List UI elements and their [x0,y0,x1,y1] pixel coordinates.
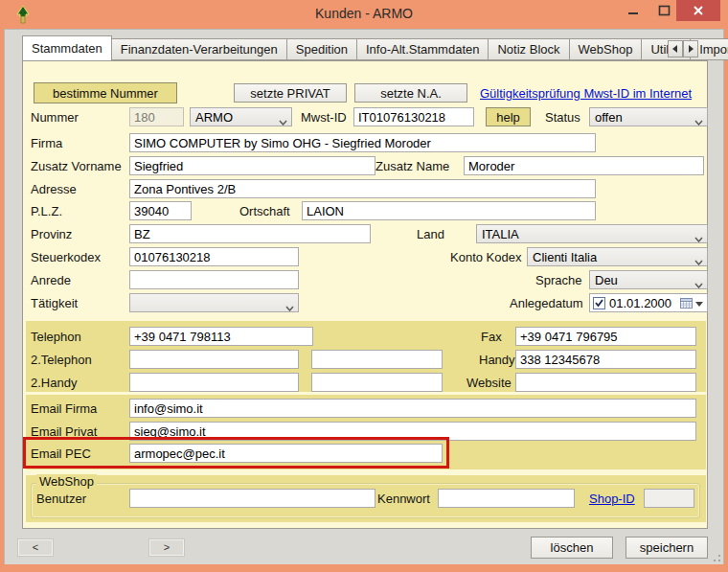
resize-grip[interactable] [709,550,720,561]
mwst-id-label: Mwst-ID [301,110,347,125]
sprache-label: Sprache [535,273,581,287]
tab-scroll-buttons [668,40,698,57]
tab-notiz-block[interactable]: Notiz Block [489,38,569,60]
chevron-down-icon [694,114,703,126]
handy-input[interactable] [515,350,696,369]
setze-na-button[interactable]: setzte N.A. [354,83,467,103]
firma-label: Firma [31,136,62,150]
website-label: Website [466,376,512,390]
adresse-input[interactable] [129,179,596,198]
next-record-button[interactable]: > [149,539,184,556]
email-firma-input[interactable] [129,399,696,418]
taetigkeit-dropdown[interactable] [129,293,299,312]
help-button[interactable]: help [486,107,531,126]
land-value: ITALIA [482,227,519,241]
fax-input[interactable] [515,327,696,346]
prev-record-button[interactable]: < [18,539,53,556]
app-window: Kunden - ARMO Stammdaten Finanzdaten-Ver… [0,0,728,572]
land-label: Land [417,227,444,241]
telephon-label: Telephon [31,330,81,344]
sprache-dropdown[interactable]: Deu [589,270,708,289]
tab-spedition[interactable]: Spedition [287,38,357,60]
handy2-input-1[interactable] [129,373,299,392]
telephon2-input-2[interactable] [311,350,443,369]
land-dropdown[interactable]: ITALIA [476,224,708,243]
provinz-input[interactable] [129,224,371,243]
chevron-down-icon [695,294,704,311]
calendar-icon [680,297,693,309]
kennwort-input[interactable] [438,489,575,508]
tab-webshop[interactable]: WebShop [570,38,643,60]
minimize-icon[interactable] [621,0,646,21]
delete-button[interactable]: löschen [531,537,613,559]
adresse-label: Adresse [31,182,77,196]
telephon2-label: 2.Telephon [31,353,92,367]
maximize-icon[interactable] [651,0,676,21]
konto-kodex-value: Clienti Italia [533,250,597,264]
tab-strip: Stammdaten Finanzdaten-Verarbeitungen Sp… [22,36,728,60]
provinz-label: Provinz [31,227,72,241]
telephon-input[interactable] [129,327,313,346]
setze-privat-button[interactable]: setzte PRIVAT [234,83,347,103]
ortschaft-label: Ortschaft [239,204,290,218]
nummer-input [129,107,184,126]
handy2-input-2[interactable] [311,373,443,392]
kunden-code-value: ARMO [195,110,233,125]
zusatz-name-input[interactable] [464,156,704,175]
steuerkodex-label: Steuerkodex [31,250,101,264]
email-pec-label: Email PEC [31,446,91,461]
handy-label: Handy [479,353,515,367]
mwst-id-check-link[interactable]: Gültigkeitsprüfung Mwst-ID im Internet [480,86,692,101]
webshop-group-title: WebShop [36,474,97,489]
titlebar[interactable]: Kunden - ARMO [0,0,728,29]
anlegedatum-checkbox[interactable] [593,297,605,309]
email-privat-input[interactable] [129,422,696,441]
tab-stammdaten[interactable]: Stammdaten [22,35,112,60]
email-privat-label: Email Privat [31,424,97,439]
anlegedatum-value: 01.01.2000 [609,296,680,310]
konto-kodex-label: Konto Kodex [450,250,521,264]
kennwort-label: Kennwort [377,492,430,506]
chevron-down-icon [285,300,294,312]
email-pec-input[interactable] [129,444,443,463]
status-value: offen [595,110,623,125]
anrede-input[interactable] [129,270,299,289]
tab-finanzdaten[interactable]: Finanzdaten-Verarbeitungen [112,38,287,60]
tab-info-alt-stammdaten[interactable]: Info-Alt.Stammdaten [357,38,489,60]
window-title: Kunden - ARMO [0,6,728,21]
zusatz-name-label: Zusatz Name [375,159,449,173]
benutzer-label: Benutzer [36,492,86,506]
plz-input[interactable] [129,201,192,220]
fax-label: Fax [481,330,502,344]
tab-scroll-right-icon[interactable] [683,40,698,57]
kunden-code-dropdown[interactable]: ARMO [190,107,292,126]
benutzer-input[interactable] [129,489,375,508]
email-firma-label: Email Firma [31,401,97,416]
zusatz-vorname-input[interactable] [129,156,375,175]
anrede-label: Anrede [31,273,71,287]
steuerkodex-input[interactable] [129,247,299,266]
anlegedatum-label: Anlegedatum [510,296,583,310]
anlegedatum-datepicker[interactable]: 01.01.2000 [589,293,708,312]
website-input[interactable] [515,373,696,392]
chevron-down-icon [694,254,703,266]
handy2-label: 2.Handy [31,376,77,390]
ortschaft-input[interactable] [302,201,596,220]
firma-input[interactable] [129,133,596,152]
konto-kodex-dropdown[interactable]: Clienti Italia [527,247,708,266]
shop-id-link[interactable]: Shop-ID [589,492,635,506]
footer-bar: < > löschen speichern [5,529,723,564]
shop-id-input [644,489,694,508]
bestimme-nummer-button[interactable]: bestimme Nummer [34,82,177,103]
mwst-id-input[interactable] [353,107,474,126]
status-dropdown[interactable]: offen [589,107,708,126]
save-button[interactable]: speichern [626,537,708,559]
zusatz-vorname-label: Zusatz Vorname [31,159,122,173]
close-icon[interactable] [676,0,720,21]
chevron-down-icon [694,277,703,289]
sprache-value: Deu [595,273,618,287]
tab-scroll-left-icon[interactable] [668,40,683,57]
chevron-down-icon [279,114,287,126]
telephon2-input-1[interactable] [129,350,299,369]
status-label: Status [545,110,580,125]
